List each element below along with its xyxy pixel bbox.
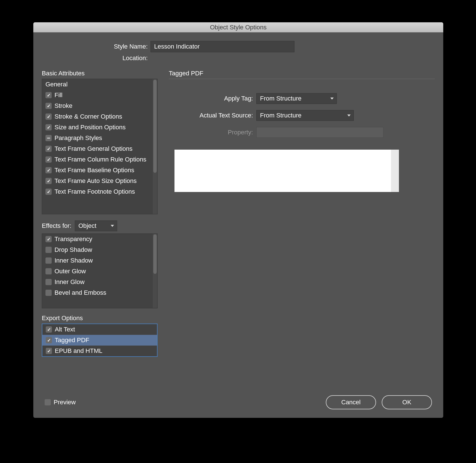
basic-checkbox[interactable] — [45, 135, 52, 141]
basic-item-label: Size and Position Options — [54, 124, 126, 131]
basic-item-label: Fill — [54, 91, 62, 99]
dialog-footer: Preview Cancel OK — [42, 390, 435, 412]
basic-item[interactable]: Text Frame General Options — [42, 143, 157, 154]
export-options-list[interactable]: Alt TextTagged PDFEPUB and HTML — [42, 324, 158, 357]
actual-text-value: From Structure — [260, 112, 302, 119]
effects-checkbox[interactable] — [45, 268, 52, 274]
right-divider — [169, 79, 435, 79]
effects-item[interactable]: Inner Shadow — [42, 255, 157, 266]
property-label: Property: — [169, 129, 256, 136]
basic-item[interactable]: Stroke & Corner Options — [42, 111, 157, 122]
effects-scrollbar[interactable] — [153, 234, 157, 308]
export-item[interactable]: EPUB and HTML — [42, 346, 157, 356]
style-name-input[interactable] — [150, 41, 294, 52]
export-item[interactable]: Tagged PDF — [42, 335, 157, 346]
effects-for-value: Object — [78, 222, 97, 230]
effects-item-label: Bevel and Emboss — [54, 289, 106, 296]
basic-attributes-label: Basic Attributes — [42, 70, 158, 77]
effects-checkbox[interactable] — [45, 279, 52, 285]
effects-scroll-thumb[interactable] — [153, 234, 157, 274]
apply-tag-value: From Structure — [260, 95, 302, 102]
effects-item-label: Drop Shadow — [54, 246, 92, 254]
basic-checkbox[interactable] — [45, 167, 52, 173]
basic-checkbox[interactable] — [45, 124, 52, 130]
effects-item[interactable]: Outer Glow — [42, 266, 157, 277]
apply-tag-label: Apply Tag: — [169, 95, 256, 102]
effects-for-label: Effects for: — [42, 222, 71, 230]
basic-checkbox[interactable] — [45, 178, 52, 184]
basic-item-label: Text Frame General Options — [54, 145, 132, 152]
preview-checkbox[interactable] — [45, 399, 51, 405]
right-panel-title: Tagged PDF — [169, 70, 435, 77]
basic-item[interactable]: Fill — [42, 90, 157, 101]
ok-button[interactable]: OK — [382, 395, 432, 409]
basic-checkbox[interactable] — [45, 189, 52, 195]
right-column: Tagged PDF Apply Tag: From Structure Act… — [169, 70, 435, 390]
basic-item[interactable]: Stroke — [42, 101, 157, 111]
actual-text-dropdown[interactable]: From Structure — [256, 110, 354, 121]
location-row: Location: — [42, 54, 435, 62]
effects-for-dropdown[interactable]: Object — [75, 220, 117, 231]
effects-list[interactable]: TransparencyDrop ShadowInner ShadowOuter… — [42, 233, 158, 308]
basic-item[interactable]: Text Frame Baseline Options — [42, 165, 157, 176]
apply-tag-row: Apply Tag: From Structure — [169, 93, 435, 104]
dialog-title: Object Style Options — [210, 24, 267, 31]
effects-item-label: Inner Shadow — [54, 257, 93, 264]
apply-tag-dropdown[interactable]: From Structure — [256, 93, 337, 104]
actual-text-row: Actual Text Source: From Structure — [169, 110, 435, 121]
basic-scroll-thumb[interactable] — [153, 80, 157, 173]
property-row: Property: — [169, 127, 435, 138]
basic-item[interactable]: Paragraph Styles — [42, 133, 157, 143]
basic-checkbox[interactable] — [45, 113, 52, 120]
export-item-label: Alt Text — [55, 326, 75, 333]
object-style-options-dialog: Object Style Options Style Name: Locatio… — [33, 22, 443, 418]
export-item-label: EPUB and HTML — [55, 347, 102, 355]
basic-item-label: Text Frame Auto Size Options — [54, 177, 137, 185]
location-label: Location: — [42, 54, 150, 62]
cancel-button[interactable]: Cancel — [326, 395, 376, 409]
basic-item-label: Text Frame Column Rule Options — [54, 156, 146, 163]
style-name-label: Style Name: — [42, 43, 150, 50]
effects-checkbox[interactable] — [45, 247, 52, 253]
effects-item[interactable]: Drop Shadow — [42, 244, 157, 255]
export-options-label: Export Options — [42, 315, 158, 322]
basic-checkbox[interactable] — [45, 92, 52, 98]
preview-label: Preview — [54, 399, 76, 406]
effects-item[interactable]: Inner Glow — [42, 277, 157, 287]
effects-item[interactable]: Transparency — [42, 234, 157, 244]
basic-item[interactable]: Text Frame Auto Size Options — [42, 176, 157, 186]
actual-text-label: Actual Text Source: — [169, 112, 256, 119]
effects-checkbox[interactable] — [45, 257, 52, 264]
effects-for-row: Effects for: Object — [42, 220, 158, 231]
basic-attributes-list[interactable]: GeneralFillStrokeStroke & Corner Options… — [42, 79, 158, 214]
basic-item-label: Text Frame Footnote Options — [54, 188, 135, 195]
basic-scrollbar[interactable] — [153, 79, 157, 214]
export-checkbox[interactable] — [46, 326, 52, 333]
preview-textarea[interactable] — [174, 150, 399, 192]
basic-item[interactable]: General — [42, 79, 157, 90]
preview-checkbox-row[interactable]: Preview — [45, 399, 76, 406]
basic-checkbox[interactable] — [45, 156, 52, 163]
effects-item[interactable]: Bevel and Emboss — [42, 287, 157, 298]
export-checkbox[interactable] — [46, 337, 52, 343]
export-item-label: Tagged PDF — [55, 337, 89, 344]
basic-item-label: General — [45, 81, 67, 88]
basic-checkbox[interactable] — [45, 146, 52, 152]
basic-item-label: Stroke & Corner Options — [54, 113, 122, 120]
middle-columns: Basic Attributes GeneralFillStrokeStroke… — [42, 70, 435, 390]
effects-checkbox[interactable] — [45, 290, 52, 296]
basic-item[interactable]: Text Frame Footnote Options — [42, 186, 157, 197]
effects-checkbox[interactable] — [45, 236, 52, 242]
export-item[interactable]: Alt Text — [42, 324, 157, 335]
style-name-row: Style Name: — [42, 41, 435, 52]
basic-checkbox[interactable] — [45, 103, 52, 109]
export-checkbox[interactable] — [46, 348, 52, 354]
effects-item-label: Outer Glow — [54, 268, 86, 275]
preview-scrollbar[interactable] — [391, 150, 399, 192]
button-row: Cancel OK — [326, 395, 432, 409]
basic-item[interactable]: Size and Position Options — [42, 122, 157, 133]
basic-item[interactable]: Text Frame Column Rule Options — [42, 154, 157, 165]
basic-item-label: Stroke — [54, 102, 73, 110]
basic-item-label: Text Frame Baseline Options — [54, 167, 134, 174]
effects-item-label: Inner Glow — [54, 278, 84, 286]
